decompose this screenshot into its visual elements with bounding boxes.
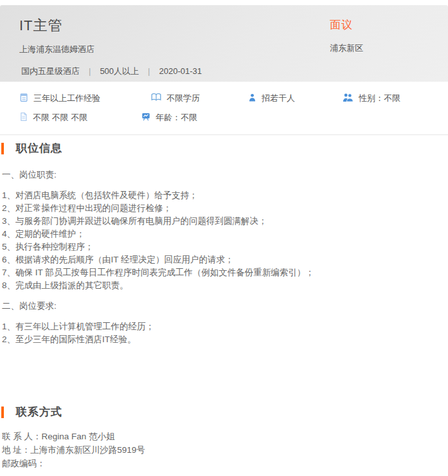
job-description: 一、岗位职责: 1、对酒店电脑系统（包括软件及硬件）给予支持； 2、对正常操作过… (0, 169, 448, 346)
job-info-heading: 职位信息 (0, 142, 448, 155)
gender-people-icon (343, 93, 354, 104)
desc-line: 1、对酒店电脑系统（包括软件及硬件）给予支持； (2, 189, 448, 202)
desc-line: 3、与服务部门协调并跟进以确保所有电脑用户的问题得到圆满解决； (2, 215, 448, 228)
company-size: 500人以上 (100, 66, 139, 76)
desc-blank-line (2, 292, 448, 300)
desc-line: 8、完成由上级指派的其它职责。 (2, 279, 448, 292)
desc-line: 2、对正常操作过程中出现的问题进行检修； (2, 202, 448, 215)
job-title: IT主管 (19, 16, 448, 35)
contact-info: 联 系 人：Regina Fan 范小姐 地 址：上海市浦东新区川沙路5919号… (0, 430, 448, 470)
desc-line: 4、定期的硬件维护； (2, 228, 448, 241)
section-title: 联系方式 (16, 405, 62, 419)
meta-separator: | (148, 66, 150, 76)
company-name: 上海浦东温德姆酒店 (19, 44, 448, 55)
tag-label: 三年以上工作经验 (33, 93, 100, 104)
desc-line: 5、执行各种控制程序； (2, 241, 448, 253)
tag-row-1: 三年以上工作经验 不限学历 招若干人 (19, 90, 448, 107)
section-accent-bar (1, 143, 4, 154)
job-info-section: 职位信息 一、岗位职责: 1、对酒店电脑系统（包括软件及硬件）给予支持； 2、对… (0, 142, 448, 346)
tag-misc: 不限 不限 不限 (19, 112, 141, 124)
meta-separator: | (89, 66, 91, 76)
contact-postcode: 邮政编码： (2, 457, 448, 470)
section-divider (0, 134, 448, 135)
job-header-left: IT主管 上海浦东温德姆酒店 国内五星级酒店|500人以上|2020-01-31 (0, 5, 448, 77)
tag-label: 不限学历 (166, 93, 200, 104)
requirement-tags: 三年以上工作经验 不限学历 招若干人 (0, 82, 448, 126)
desc-line: 2、至少三年的国际性酒店IT经验。 (2, 333, 448, 346)
job-meta-row: 国内五星级酒店|500人以上|2020-01-31 (21, 66, 448, 77)
job-detail-page: IT主管 上海浦东温德姆酒店 国内五星级酒店|500人以上|2020-01-31… (0, 5, 448, 476)
job-header-panel: IT主管 上海浦东温德姆酒店 国内五星级酒店|500人以上|2020-01-31… (0, 5, 448, 82)
contact-address: 地 址：上海市浦东新区川沙路5919号 (2, 443, 448, 457)
job-header-right: 面议 浦东新区 (330, 17, 363, 54)
desc-blank-line (2, 181, 448, 189)
experience-clipboard-icon (19, 93, 28, 104)
hotel-grade: 国内五星级酒店 (21, 66, 80, 76)
section-accent-bar (1, 407, 4, 418)
tag-label: 性别：不限 (359, 93, 400, 104)
tag-age: 年龄：不限 (141, 112, 197, 124)
tag-label: 年龄：不限 (156, 112, 197, 124)
contact-section: 联系方式 联 系 人：Regina Fan 范小姐 地 址：上海市浦东新区川沙路… (0, 405, 448, 470)
desc-line: 二、岗位要求: (2, 300, 448, 313)
headcount-person-icon (248, 93, 256, 104)
district-label: 浦东新区 (330, 42, 363, 54)
contact-person: 联 系 人：Regina Fan 范小姐 (2, 430, 448, 443)
tag-label: 招若干人 (262, 93, 295, 104)
tag-gender: 性别：不限 (343, 93, 400, 104)
contact-heading: 联系方式 (0, 405, 448, 419)
section-title: 职位信息 (16, 141, 62, 156)
salary-label: 面议 (330, 17, 363, 32)
desc-blank-line (2, 313, 448, 320)
age-board-chart-icon (141, 112, 150, 124)
misc-document-icon (19, 112, 28, 124)
tag-experience: 三年以上工作经验 (19, 93, 151, 104)
desc-line: 1、有三年以上计算机管理工作的经历； (2, 320, 448, 333)
tag-education: 不限学历 (151, 93, 248, 104)
tag-label: 不限 不限 不限 (33, 112, 87, 124)
desc-line: 6、根据请求的先后顺序（由IT 经理决定）回应用户的请求； (2, 253, 448, 266)
education-book-icon (151, 93, 161, 104)
tag-headcount: 招若干人 (248, 93, 343, 104)
tag-row-2: 不限 不限 不限 年龄：不限 (19, 109, 448, 126)
desc-line: 7、确保 IT 部员工按每日工作程序时间表完成工作（例如文件备份重新编索引）； (2, 266, 448, 279)
desc-line: 一、岗位职责: (2, 169, 448, 181)
post-date: 2020-01-31 (159, 66, 202, 76)
